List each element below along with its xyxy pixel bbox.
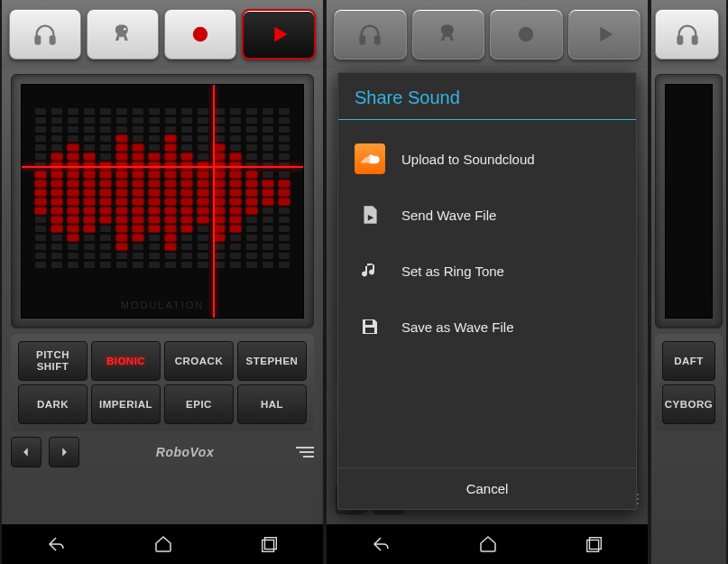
record-icon: [513, 22, 539, 47]
svg-point-2: [124, 28, 125, 30]
preset-stephen[interactable]: STEPHEN: [237, 341, 307, 381]
nav-recents-icon[interactable]: [585, 534, 604, 554]
visualizer-frame: MODULATION: [11, 74, 314, 328]
svg-rect-16: [587, 540, 599, 551]
svg-point-3: [193, 27, 207, 42]
svg-rect-1: [51, 36, 55, 43]
svg-rect-15: [590, 538, 602, 550]
option-ringtone[interactable]: Set as Ring Tone: [338, 243, 636, 299]
screen-partial: DAFT CYBORG: [650, 0, 728, 564]
headphones-button[interactable]: [655, 9, 719, 60]
option-upload-soundcloud[interactable]: Upload to Soundcloud: [338, 131, 636, 187]
svg-rect-7: [265, 538, 277, 550]
nav-home-icon[interactable]: [152, 533, 174, 555]
eq-bars: [35, 103, 290, 273]
play-icon: [592, 22, 617, 47]
preset-cyborg[interactable]: CYBORG: [662, 384, 715, 424]
crosshair-h: [22, 166, 303, 168]
parrot-icon: [436, 22, 461, 47]
preset-bionic[interactable]: BIONIC: [91, 341, 161, 381]
nav-home-icon[interactable]: [477, 533, 499, 555]
dialog-options: Upload to Soundcloud Send Wave File Set …: [338, 120, 636, 467]
play-button[interactable]: [568, 9, 641, 60]
headphones-icon: [357, 22, 382, 47]
svg-marker-12: [600, 27, 613, 42]
option-save-wave[interactable]: Save as Wave File: [338, 299, 636, 355]
top-toolbar: [651, 0, 726, 69]
svg-rect-20: [677, 36, 682, 43]
headphones-icon: [675, 22, 700, 47]
xy-pad[interactable]: [665, 84, 713, 319]
record-button[interactable]: [164, 9, 236, 60]
android-navbar: [2, 524, 323, 564]
nav-back-icon[interactable]: [370, 533, 392, 555]
preset-panel: DAFT CYBORG: [655, 334, 723, 431]
screen-main: MODULATION PITCHSHIFT BIONIC CROACK STEP…: [0, 0, 325, 564]
visualizer-frame: [655, 74, 723, 328]
nav-recents-icon[interactable]: [260, 534, 280, 554]
svg-point-11: [519, 27, 533, 42]
dialog-title: Share Sound: [338, 73, 636, 120]
soundcloud-icon: [355, 143, 385, 174]
menu-line-icon: [296, 447, 314, 448]
preset-grid: PITCHSHIFT BIONIC CROACK STEPHEN DARK IM…: [18, 341, 307, 424]
preset-epic[interactable]: EPIC: [164, 384, 234, 424]
prev-button[interactable]: [11, 437, 41, 467]
svg-rect-0: [36, 36, 41, 43]
svg-rect-21: [692, 36, 696, 43]
svg-rect-10: [375, 36, 380, 43]
dialog-cancel-button[interactable]: Cancel: [338, 467, 636, 509]
svg-marker-6: [62, 448, 67, 456]
chevron-right-icon: [58, 446, 70, 458]
headphones-button[interactable]: [334, 9, 407, 60]
bottom-bar: RoboVox: [11, 437, 314, 467]
option-label: Save as Wave File: [401, 319, 514, 335]
preset-pitch-shift[interactable]: PITCHSHIFT: [18, 341, 88, 381]
parrot-button[interactable]: [87, 9, 159, 60]
top-toolbar: [327, 0, 648, 69]
app-title: RoboVox: [87, 445, 283, 459]
music-note-icon: [355, 255, 385, 286]
preset-croack[interactable]: CROACK: [164, 341, 234, 381]
svg-marker-5: [23, 448, 28, 456]
menu-button[interactable]: [290, 447, 314, 458]
android-navbar: [327, 524, 648, 564]
next-button[interactable]: [49, 437, 79, 467]
svg-marker-4: [274, 27, 287, 42]
record-button[interactable]: [490, 9, 563, 60]
parrot-button[interactable]: [412, 9, 485, 60]
screen-share-dialog: PITCHSHIFT BIONIC CROACK STEPHEN DARK IM…: [325, 0, 650, 564]
preset-imperial[interactable]: IMPERIAL: [91, 384, 161, 424]
svg-rect-19: [365, 328, 374, 333]
option-send-wave[interactable]: Send Wave File: [338, 187, 636, 243]
modulation-label: MODULATION: [22, 300, 303, 310]
crosshair-v: [213, 85, 215, 318]
svg-rect-9: [361, 36, 365, 43]
option-label: Set as Ring Tone: [401, 264, 504, 279]
send-icon: [355, 199, 385, 230]
svg-rect-18: [365, 320, 373, 325]
play-icon: [266, 22, 291, 47]
top-toolbar: [2, 0, 323, 69]
preset-panel: PITCHSHIFT BIONIC CROACK STEPHEN DARK IM…: [11, 334, 314, 431]
share-sound-dialog: Share Sound Upload to Soundcloud Send Wa…: [337, 72, 637, 510]
save-icon: [355, 311, 385, 342]
headphones-button[interactable]: [9, 9, 81, 60]
record-icon: [188, 22, 213, 47]
preset-daft[interactable]: DAFT: [662, 341, 715, 381]
preset-dark[interactable]: DARK: [18, 384, 88, 424]
option-label: Send Wave File: [401, 208, 496, 223]
nav-back-icon[interactable]: [45, 533, 67, 555]
chevron-left-icon: [20, 446, 32, 458]
parrot-icon: [110, 22, 135, 47]
xy-pad[interactable]: MODULATION: [21, 84, 304, 319]
headphones-icon: [32, 22, 58, 47]
option-label: Upload to Soundcloud: [401, 152, 535, 167]
play-button[interactable]: [242, 9, 316, 60]
preset-hal[interactable]: HAL: [237, 384, 307, 424]
svg-rect-8: [263, 540, 274, 551]
